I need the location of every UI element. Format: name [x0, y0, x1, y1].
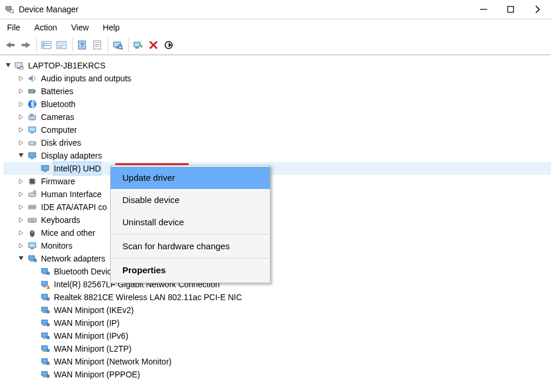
svg-rect-17 — [58, 47, 63, 47]
tree-item-label: Batteries — [41, 85, 73, 98]
tree-item-audio[interactable]: Audio inputs and outputs — [4, 72, 551, 85]
context-menu-properties[interactable]: Properties — [111, 259, 270, 281]
tree-item-network-child[interactable]: WAN Miniport (IPv6) — [4, 329, 551, 342]
tree-item-label: Human Interface — [41, 188, 102, 201]
svg-marker-90 — [19, 256, 23, 260]
tree-item-display-adapters[interactable]: Display adapters — [4, 149, 551, 162]
expand-icon[interactable] — [16, 215, 26, 225]
tree-item-label: Computer — [41, 123, 77, 136]
tree-item-network-child[interactable]: WAN Miniport (PPPOE) — [4, 368, 551, 381]
tree-item-network-child[interactable]: WAN Miniport (L2TP) — [4, 342, 551, 355]
svg-marker-41 — [19, 89, 23, 94]
chip-icon — [27, 176, 37, 187]
disk-icon — [27, 137, 37, 148]
svg-rect-102 — [43, 299, 46, 300]
tree-item-cameras[interactable]: Cameras — [4, 111, 551, 123]
svg-rect-58 — [30, 158, 34, 159]
svg-rect-43 — [35, 91, 36, 92]
tree-item-label: Disk drives — [41, 136, 81, 149]
collapse-icon[interactable] — [4, 61, 13, 70]
tree-item-network-child[interactable]: Realtek 8821CE Wireless LAN 802.11ac PCI… — [4, 291, 551, 304]
tree-item-batteries[interactable]: Batteries — [4, 85, 551, 98]
tree-item-network-child[interactable]: !Intel(R) 82567LF Gigabit Network Connec… — [4, 278, 551, 291]
menu-action[interactable]: Action — [32, 22, 60, 33]
svg-rect-88 — [29, 243, 36, 247]
expand-icon[interactable] — [16, 202, 26, 212]
svg-rect-98 — [43, 286, 46, 287]
toolbar-back-button[interactable] — [4, 38, 18, 52]
collapse-icon[interactable] — [16, 254, 26, 263]
tree-item-firmware[interactable]: Firmware — [4, 175, 551, 188]
tree-item-network-child[interactable]: WAN Miniport (IKEv2) — [4, 304, 551, 317]
title-bar: Device Manager — [0, 0, 551, 19]
next-button[interactable] — [532, 4, 543, 15]
display-adapter-icon — [40, 163, 50, 174]
network-icon — [27, 253, 37, 264]
svg-rect-60 — [43, 171, 47, 172]
toolbar-update-driver-button[interactable] — [131, 38, 145, 52]
tree-item-mice[interactable]: Mice and other — [4, 226, 551, 239]
device-tree[interactable]: LAPTOP-JB1EKRCS Audio inputs and outputs… — [0, 56, 551, 381]
menu-help[interactable]: Help — [101, 22, 122, 33]
expand-icon[interactable] — [16, 177, 26, 186]
svg-rect-81 — [33, 219, 34, 221]
expand-icon[interactable] — [16, 74, 26, 83]
tree-item-network-child[interactable]: WAN Miniport (Network Monitor) — [4, 355, 551, 368]
expand-icon[interactable] — [16, 138, 26, 147]
menu-file[interactable]: File — [5, 22, 23, 33]
toolbar-help-button[interactable]: ? — [75, 38, 89, 52]
tree-item-network-child[interactable]: Bluetooth Device (Personal Area Network) — [4, 265, 551, 278]
svg-rect-96 — [47, 272, 49, 274]
svg-rect-13 — [43, 45, 50, 46]
tree-item-monitors[interactable]: Monitors — [4, 239, 551, 252]
tree-item-bluetooth[interactable]: Bluetooth — [4, 98, 551, 111]
context-menu-uninstall-device[interactable]: Uninstall device — [111, 211, 270, 233]
expand-icon[interactable] — [16, 125, 26, 135]
minimize-button[interactable] — [478, 4, 489, 15]
window-controls — [478, 4, 546, 15]
tree-root-label: LAPTOP-JB1EKRCS — [28, 59, 105, 72]
toolbar: ? — [0, 37, 551, 54]
tree-item-disk-drives[interactable]: Disk drives — [4, 136, 551, 149]
toolbar-disable-button[interactable] — [162, 38, 176, 52]
tree-item-network-adapters[interactable]: Network adapters — [4, 252, 551, 265]
expand-icon[interactable] — [16, 190, 26, 199]
monitor-icon — [27, 240, 37, 251]
svg-rect-52 — [30, 132, 34, 133]
menu-bar: File Action View Help — [0, 19, 551, 37]
expand-icon[interactable] — [16, 112, 26, 122]
tree-item-label: Intel(R) UHD — [54, 162, 101, 175]
toolbar-uninstall-button[interactable] — [146, 38, 160, 52]
context-menu-disable-device[interactable]: Disable device — [111, 189, 270, 211]
tree-root[interactable]: LAPTOP-JB1EKRCS — [4, 59, 551, 72]
svg-marker-61 — [19, 179, 23, 184]
menu-view[interactable]: View — [69, 22, 91, 33]
toolbar-show-hide-tree-button[interactable] — [39, 38, 53, 52]
context-menu-update-driver[interactable]: Update driver — [111, 167, 270, 189]
expand-icon[interactable] — [16, 87, 26, 96]
toolbar-properties-sheet-button[interactable] — [54, 38, 69, 52]
toolbar-properties-button[interactable] — [90, 38, 104, 52]
expand-icon[interactable] — [16, 241, 26, 250]
tree-item-network-child[interactable]: WAN Miniport (IP) — [4, 317, 551, 329]
tree-item-intel-uhd[interactable]: Intel(R) UHD — [4, 162, 551, 175]
expand-icon[interactable] — [16, 99, 26, 109]
device-manager-icon — [5, 5, 14, 14]
tree-item-hid[interactable]: Human Interface — [4, 188, 551, 201]
tree-item-keyboards[interactable]: Keyboards — [4, 214, 551, 226]
svg-marker-77 — [19, 218, 23, 222]
expand-icon[interactable] — [16, 228, 26, 238]
svg-rect-9 — [22, 44, 26, 46]
maximize-button[interactable] — [505, 4, 516, 15]
battery-icon — [27, 86, 37, 97]
tree-item-computer[interactable]: Computer — [4, 123, 551, 136]
tree-item-label: Cameras — [41, 111, 74, 123]
toolbar-scan-hardware-button[interactable] — [111, 38, 125, 52]
svg-marker-34 — [169, 43, 172, 47]
toolbar-forward-button[interactable] — [19, 38, 33, 52]
context-menu-scan-hardware[interactable]: Scan for hardware changes — [111, 235, 270, 257]
collapse-icon[interactable] — [16, 151, 26, 160]
svg-rect-15 — [58, 43, 65, 44]
tree-item-ide[interactable]: IDE ATA/ATAPI co — [4, 201, 551, 214]
tree-item-label: IDE ATA/ATAPI co — [41, 201, 107, 214]
